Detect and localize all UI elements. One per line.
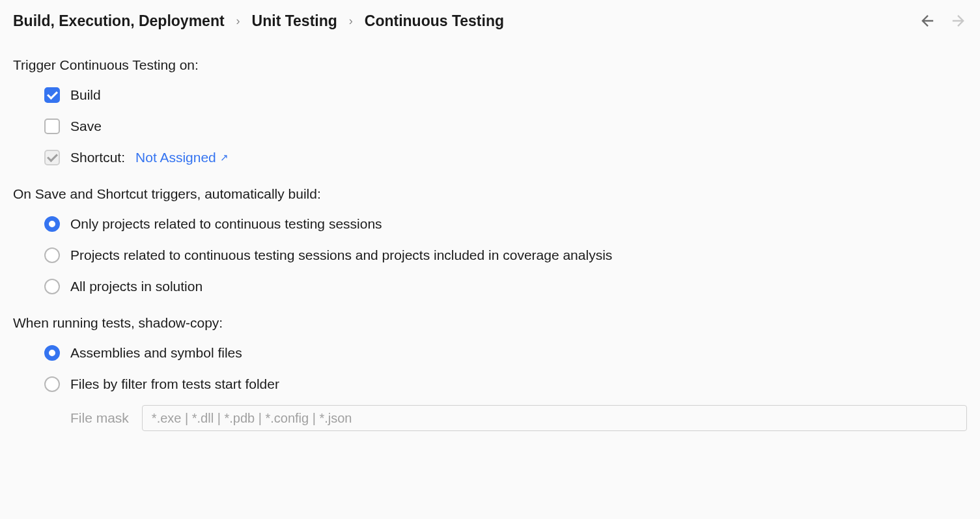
breadcrumb-leaf: Continuous Testing [365,12,504,30]
trigger-shortcut-checkbox [44,150,60,165]
shadow-copy-opt1-label: Assemblies and symbol files [70,345,242,361]
shadow-copy-opt2-label: Files by filter from tests start folder [70,376,279,392]
auto-build-opt1-radio[interactable] [44,216,60,232]
trigger-shortcut-label: Shortcut: [70,150,125,165]
auto-build-opt2-row[interactable]: Projects related to continuous testing s… [44,247,967,263]
forward-arrow-icon [949,12,967,30]
trigger-save-row[interactable]: Save [44,119,967,134]
breadcrumb-root[interactable]: Build, Execution, Deployment [13,12,225,30]
auto-build-options: Only projects related to continuous test… [13,216,967,294]
chevron-right-icon: › [236,14,240,28]
trigger-save-checkbox[interactable] [44,119,60,134]
shadow-copy-section-label: When running tests, shadow-copy: [13,315,967,331]
trigger-build-row[interactable]: Build [44,87,967,103]
shadow-copy-opt2-row[interactable]: Files by filter from tests start folder [44,376,967,392]
breadcrumb-mid[interactable]: Unit Testing [252,12,337,30]
auto-build-section-label: On Save and Shortcut triggers, automatic… [13,186,967,202]
shadow-copy-opt2-radio[interactable] [44,376,60,392]
settings-header: Build, Execution, Deployment › Unit Test… [13,12,967,30]
auto-build-opt2-radio[interactable] [44,247,60,263]
shadow-copy-opt1-row[interactable]: Assemblies and symbol files [44,345,967,361]
nav-arrows [919,12,967,30]
trigger-shortcut-row: Shortcut: Not Assigned ↗ [44,150,967,165]
file-mask-label: File mask [70,410,129,426]
trigger-save-label: Save [70,119,102,134]
shadow-copy-opt1-radio[interactable] [44,345,60,361]
auto-build-opt2-label: Projects related to continuous testing s… [70,247,612,263]
auto-build-opt1-label: Only projects related to continuous test… [70,216,382,232]
trigger-build-checkbox[interactable] [44,87,60,103]
auto-build-opt3-row[interactable]: All projects in solution [44,279,967,294]
auto-build-opt3-label: All projects in solution [70,279,203,294]
file-mask-row: File mask [13,405,967,431]
chevron-right-icon: › [349,14,353,28]
trigger-build-label: Build [70,87,101,103]
external-link-icon: ↗ [220,152,229,163]
shortcut-assign-link[interactable]: Not Assigned ↗ [135,150,229,165]
trigger-options: Build Save Shortcut: Not Assigned ↗ [13,87,967,165]
breadcrumb: Build, Execution, Deployment › Unit Test… [13,12,504,30]
file-mask-input [142,405,967,431]
auto-build-opt3-radio[interactable] [44,279,60,294]
back-arrow-icon[interactable] [919,12,937,30]
shadow-copy-options: Assemblies and symbol files Files by fil… [13,345,967,392]
auto-build-opt1-row[interactable]: Only projects related to continuous test… [44,216,967,232]
shortcut-value: Not Assigned [135,150,216,165]
trigger-section-label: Trigger Continuous Testing on: [13,57,967,73]
